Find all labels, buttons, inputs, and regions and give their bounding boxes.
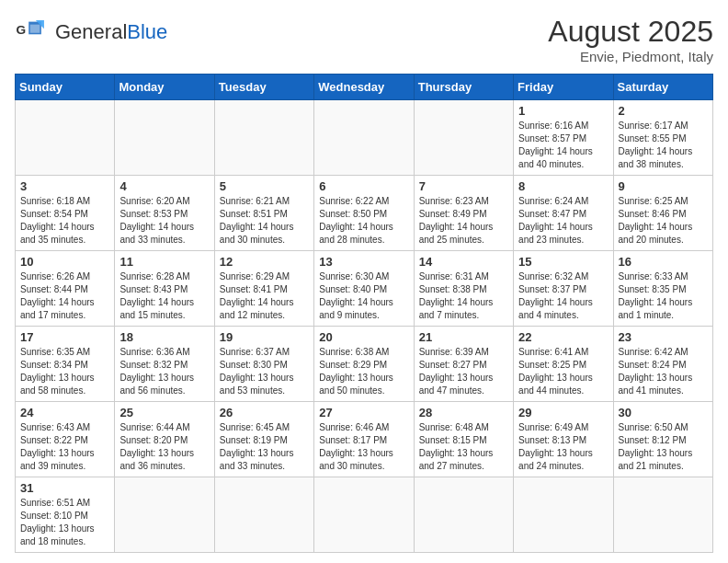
calendar-day: 9Sunrise: 6:25 AM Sunset: 8:46 PM Daylig…: [613, 176, 712, 251]
day-number: 16: [619, 255, 708, 269]
day-info: Sunrise: 6:21 AM Sunset: 8:51 PM Dayligh…: [220, 195, 309, 247]
calendar-day: 26Sunrise: 6:45 AM Sunset: 8:19 PM Dayli…: [214, 402, 313, 477]
logo-general: General: [55, 20, 127, 43]
svg-text:G: G: [17, 23, 27, 37]
calendar-day: 8Sunrise: 6:24 AM Sunset: 8:47 PM Daylig…: [514, 176, 613, 251]
day-info: Sunrise: 6:32 AM Sunset: 8:37 PM Dayligh…: [518, 270, 608, 322]
calendar-day: 24Sunrise: 6:43 AM Sunset: 8:22 PM Dayli…: [16, 402, 115, 477]
calendar-day: [115, 477, 214, 553]
calendar-day: 16Sunrise: 6:33 AM Sunset: 8:35 PM Dayli…: [613, 251, 712, 327]
calendar-week-5: 24Sunrise: 6:43 AM Sunset: 8:22 PM Dayli…: [16, 402, 713, 477]
day-info: Sunrise: 6:50 AM Sunset: 8:12 PM Dayligh…: [619, 421, 708, 473]
calendar-day: 6Sunrise: 6:22 AM Sunset: 8:50 PM Daylig…: [314, 176, 414, 251]
day-number: 6: [319, 179, 408, 193]
day-info: Sunrise: 6:39 AM Sunset: 8:27 PM Dayligh…: [419, 346, 508, 397]
day-number: 14: [419, 255, 508, 269]
calendar-day: [214, 477, 313, 553]
logo-text: GeneralBlue: [55, 21, 167, 43]
day-info: Sunrise: 6:26 AM Sunset: 8:44 PM Dayligh…: [20, 270, 109, 322]
day-info: Sunrise: 6:22 AM Sunset: 8:50 PM Dayligh…: [319, 195, 408, 247]
day-info: Sunrise: 6:33 AM Sunset: 8:35 PM Dayligh…: [619, 270, 708, 322]
calendar-day: 21Sunrise: 6:39 AM Sunset: 8:27 PM Dayli…: [414, 327, 513, 402]
weekday-header-tuesday: Tuesday: [214, 75, 313, 100]
day-number: 15: [518, 255, 608, 269]
weekday-header-monday: Monday: [115, 75, 214, 100]
day-info: Sunrise: 6:20 AM Sunset: 8:53 PM Dayligh…: [119, 195, 209, 247]
day-info: Sunrise: 6:16 AM Sunset: 8:57 PM Dayligh…: [518, 120, 608, 171]
day-number: 31: [20, 481, 109, 495]
day-number: 27: [319, 406, 408, 419]
day-info: Sunrise: 6:28 AM Sunset: 8:43 PM Dayligh…: [119, 270, 209, 322]
weekday-header-row: SundayMondayTuesdayWednesdayThursdayFrid…: [16, 75, 713, 100]
calendar-day: 7Sunrise: 6:23 AM Sunset: 8:49 PM Daylig…: [414, 176, 513, 251]
calendar-day: 30Sunrise: 6:50 AM Sunset: 8:12 PM Dayli…: [613, 402, 712, 477]
day-number: 1: [518, 104, 608, 118]
calendar-day: 10Sunrise: 6:26 AM Sunset: 8:44 PM Dayli…: [16, 251, 115, 327]
calendar-day: [613, 477, 712, 553]
weekday-header-wednesday: Wednesday: [314, 75, 414, 100]
calendar-day: 19Sunrise: 6:37 AM Sunset: 8:30 PM Dayli…: [214, 327, 313, 402]
day-number: 11: [119, 255, 209, 269]
day-info: Sunrise: 6:45 AM Sunset: 8:19 PM Dayligh…: [220, 421, 309, 473]
weekday-header-sunday: Sunday: [16, 75, 115, 100]
calendar-day: 12Sunrise: 6:29 AM Sunset: 8:41 PM Dayli…: [214, 251, 313, 327]
calendar-day: 1Sunrise: 6:16 AM Sunset: 8:57 PM Daylig…: [514, 100, 613, 176]
calendar-day: 22Sunrise: 6:41 AM Sunset: 8:25 PM Dayli…: [514, 327, 613, 402]
calendar-day: [115, 100, 214, 176]
day-info: Sunrise: 6:48 AM Sunset: 8:15 PM Dayligh…: [419, 421, 508, 473]
day-number: 18: [119, 330, 209, 344]
day-number: 12: [220, 255, 309, 269]
day-info: Sunrise: 6:30 AM Sunset: 8:40 PM Dayligh…: [319, 270, 408, 322]
page-header: G GeneralBlue August 2025 Envie, Piedmon…: [15, 15, 713, 64]
calendar-day: 4Sunrise: 6:20 AM Sunset: 8:53 PM Daylig…: [115, 176, 214, 251]
weekday-header-saturday: Saturday: [613, 75, 712, 100]
calendar-week-2: 3Sunrise: 6:18 AM Sunset: 8:54 PM Daylig…: [16, 176, 713, 251]
day-info: Sunrise: 6:35 AM Sunset: 8:34 PM Dayligh…: [20, 346, 109, 397]
day-number: 26: [220, 406, 309, 419]
day-number: 21: [419, 330, 508, 344]
calendar-day: 13Sunrise: 6:30 AM Sunset: 8:40 PM Dayli…: [314, 251, 414, 327]
calendar-day: 5Sunrise: 6:21 AM Sunset: 8:51 PM Daylig…: [214, 176, 313, 251]
day-info: Sunrise: 6:31 AM Sunset: 8:38 PM Dayligh…: [419, 270, 508, 322]
day-number: 19: [220, 330, 309, 344]
calendar-day: 15Sunrise: 6:32 AM Sunset: 8:37 PM Dayli…: [514, 251, 613, 327]
calendar-day: 23Sunrise: 6:42 AM Sunset: 8:24 PM Dayli…: [613, 327, 712, 402]
calendar-day: 11Sunrise: 6:28 AM Sunset: 8:43 PM Dayli…: [115, 251, 214, 327]
calendar-day: 29Sunrise: 6:49 AM Sunset: 8:13 PM Dayli…: [514, 402, 613, 477]
day-number: 5: [220, 179, 309, 193]
day-info: Sunrise: 6:43 AM Sunset: 8:22 PM Dayligh…: [20, 421, 109, 473]
calendar-day: 18Sunrise: 6:36 AM Sunset: 8:32 PM Dayli…: [115, 327, 214, 402]
day-number: 25: [119, 406, 209, 419]
location: Envie, Piedmont, Italy: [548, 49, 713, 64]
calendar-day: 27Sunrise: 6:46 AM Sunset: 8:17 PM Dayli…: [314, 402, 414, 477]
logo: G GeneralBlue: [15, 15, 167, 50]
calendar-day: [214, 100, 313, 176]
day-number: 3: [20, 179, 109, 193]
day-info: Sunrise: 6:37 AM Sunset: 8:30 PM Dayligh…: [220, 346, 309, 397]
calendar-day: [414, 477, 513, 553]
day-info: Sunrise: 6:17 AM Sunset: 8:55 PM Dayligh…: [619, 120, 708, 171]
day-number: 9: [619, 179, 708, 193]
day-info: Sunrise: 6:25 AM Sunset: 8:46 PM Dayligh…: [619, 195, 708, 247]
logo-blue: Blue: [127, 20, 167, 43]
day-number: 7: [419, 179, 508, 193]
day-number: 28: [419, 406, 508, 419]
day-number: 10: [20, 255, 109, 269]
svg-marker-2: [30, 25, 40, 33]
day-number: 17: [20, 330, 109, 344]
day-number: 13: [319, 255, 408, 269]
day-info: Sunrise: 6:24 AM Sunset: 8:47 PM Dayligh…: [518, 195, 608, 247]
calendar-day: 3Sunrise: 6:18 AM Sunset: 8:54 PM Daylig…: [16, 176, 115, 251]
day-number: 23: [619, 330, 708, 344]
day-info: Sunrise: 6:36 AM Sunset: 8:32 PM Dayligh…: [119, 346, 209, 397]
day-info: Sunrise: 6:46 AM Sunset: 8:17 PM Dayligh…: [319, 421, 408, 473]
day-info: Sunrise: 6:29 AM Sunset: 8:41 PM Dayligh…: [220, 270, 309, 322]
calendar-day: 20Sunrise: 6:38 AM Sunset: 8:29 PM Dayli…: [314, 327, 414, 402]
day-number: 22: [518, 330, 608, 344]
calendar-week-3: 10Sunrise: 6:26 AM Sunset: 8:44 PM Dayli…: [16, 251, 713, 327]
calendar-day: [414, 100, 513, 176]
weekday-header-friday: Friday: [514, 75, 613, 100]
calendar-day: 17Sunrise: 6:35 AM Sunset: 8:34 PM Dayli…: [16, 327, 115, 402]
day-info: Sunrise: 6:44 AM Sunset: 8:20 PM Dayligh…: [119, 421, 209, 473]
day-number: 4: [119, 179, 209, 193]
